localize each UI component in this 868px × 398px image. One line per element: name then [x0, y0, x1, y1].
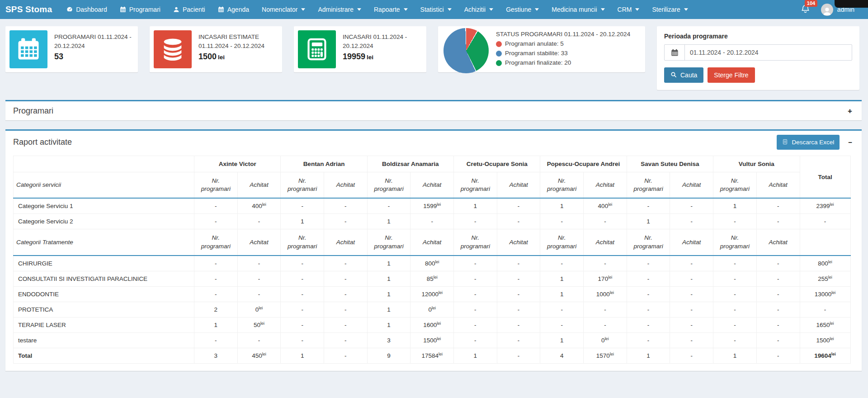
nav-item-nomenclator[interactable]: Nomenclator: [255, 0, 311, 19]
value-cell: -: [324, 214, 368, 229]
nav-item-dashboard[interactable]: Dashboard: [60, 0, 113, 19]
value-cell: -: [497, 317, 540, 332]
subheader-cell: Achitat: [756, 229, 800, 256]
value-cell: -: [281, 198, 324, 214]
nav-item-pacienti[interactable]: Pacienti: [167, 0, 212, 19]
value-cell: 450lei: [237, 348, 281, 363]
value-cell: -: [756, 317, 800, 332]
caret-down-icon: [301, 8, 305, 11]
table-row: TERAPIE LASER150lei--11600lei--------165…: [14, 317, 851, 332]
value-cell: -: [540, 256, 584, 271]
value-cell: -: [324, 198, 368, 214]
value-cell: -: [584, 214, 627, 229]
dashboard-icon: [66, 6, 73, 13]
value-cell: -: [584, 317, 627, 332]
database-icon: [154, 30, 192, 68]
value-cell: -: [194, 332, 238, 348]
nav-item-administrare[interactable]: Administrare: [311, 0, 368, 19]
nav-item-medicina-muncii[interactable]: Medicina muncii: [545, 0, 611, 19]
value-cell: -: [454, 271, 497, 286]
value-cell: -: [324, 348, 368, 363]
value-cell: 1: [367, 286, 410, 302]
value-cell: 1: [454, 348, 497, 363]
table-row: Categorie Serviciu 2--1-1-----1----: [14, 214, 851, 229]
collapse-panel-button[interactable]: −: [846, 138, 854, 147]
clear-filters-label: Sterge Filtre: [714, 71, 748, 79]
subheader-cell: Achitat: [410, 229, 454, 256]
user-icon: [173, 6, 179, 13]
legend-item: Programari stabilite: 33: [496, 49, 630, 58]
value-cell: 1599lei: [410, 198, 454, 214]
value-cell: -: [324, 332, 368, 348]
value-cell: -: [497, 332, 540, 348]
stat-card-label: INCASARI ESTIMATE 01.11.2024 - 20.12.202…: [198, 33, 276, 51]
app-brand[interactable]: SPS Stoma: [0, 0, 60, 19]
value-cell: 1600lei: [410, 317, 454, 332]
row-total-cell: 800lei: [800, 256, 850, 271]
row-total-cell: -: [800, 214, 850, 229]
filter-title: Perioada programare: [664, 33, 852, 40]
value-cell: -: [670, 348, 713, 363]
nav-item-sterilizare[interactable]: Sterilizare: [646, 0, 694, 19]
value-cell: -: [324, 302, 368, 317]
nav-item-rapoarte[interactable]: Rapoarte: [368, 0, 414, 19]
value-cell: -: [756, 332, 800, 348]
row-label: Categorie Serviciu 2: [14, 214, 194, 229]
notifications-button[interactable]: 104: [801, 4, 810, 15]
row-total-cell: -: [800, 302, 850, 317]
doctor-header-row: Axinte VictorBentan AdrianBoldizsar Anam…: [14, 156, 851, 172]
nav-item-label: Nomenclator: [262, 6, 297, 13]
doctor-column-header: Popescu-Ocupare Andrei: [540, 156, 627, 172]
value-cell: 4: [540, 348, 584, 363]
value-cell: -: [756, 348, 800, 363]
caret-down-icon: [404, 8, 408, 11]
stat-card-label: INCASARI 01.11.2024 - 20.12.2024: [343, 33, 420, 51]
legend-dot: [496, 41, 502, 47]
value-cell: -: [713, 286, 757, 302]
subheader-cell: Achitat: [497, 229, 540, 256]
nav-item-statistici[interactable]: Statistici: [414, 0, 458, 19]
value-cell: -: [497, 214, 540, 229]
date-range-group: [664, 44, 852, 61]
value-cell: -: [324, 317, 368, 332]
nav-item-gestiune[interactable]: Gestiune: [500, 0, 545, 19]
search-button[interactable]: Cauta: [664, 67, 703, 83]
caret-down-icon: [489, 8, 493, 11]
subheader-cell: Achitat: [237, 172, 281, 199]
row-label: TERAPIE LASER: [14, 317, 194, 332]
stat-card-label: PROGRAMARI 01.11.2024 - 20.12.2024: [54, 33, 132, 51]
doctor-column-header: Cretu-Ocupare Sonia: [454, 156, 540, 172]
nav-item-label: Statistici: [420, 6, 444, 13]
value-cell: -: [497, 198, 540, 214]
subheader-cell: Achitat: [584, 229, 627, 256]
filter-panel: Perioada programare Cauta Sterge Filtre: [657, 26, 859, 90]
subheader-cell: Achitat: [410, 172, 454, 199]
expand-panel-button[interactable]: +: [846, 106, 854, 116]
download-excel-button[interactable]: Descarca Excel: [777, 135, 840, 150]
nav-item-programari[interactable]: Programari: [113, 0, 167, 19]
nav-item-label: CRM: [618, 6, 632, 13]
row-label: CONSULTATII SI INVESTIGATII PARACLINICE: [14, 271, 194, 286]
caret-down-icon: [535, 8, 539, 11]
subheader-row: Categorii serviciiNr. programariAchitatN…: [14, 172, 851, 199]
value-cell: -: [540, 302, 584, 317]
doctor-column-header: Bentan Adrian: [281, 156, 367, 172]
value-cell: -: [237, 214, 281, 229]
row-total-cell: 255lei: [800, 271, 850, 286]
subheader-cell: Nr. programari: [540, 172, 584, 199]
date-range-input[interactable]: [685, 45, 852, 60]
value-cell: -: [670, 271, 713, 286]
nav-item-achizitii[interactable]: Achizitii: [458, 0, 500, 19]
excel-icon: [782, 139, 788, 146]
value-cell: -: [237, 332, 281, 348]
legend-item: Programari finalizate: 20: [496, 58, 630, 68]
stat-card-value: 53: [54, 52, 132, 62]
nav-item-agenda[interactable]: Agenda: [212, 0, 255, 19]
value-cell: -: [670, 198, 713, 214]
nav-item-crm[interactable]: CRM: [611, 0, 646, 19]
nav-item-label: Administrare: [318, 6, 354, 13]
value-cell: 1: [281, 348, 324, 363]
value-cell: -: [281, 302, 324, 317]
clear-filters-button[interactable]: Sterge Filtre: [708, 67, 755, 83]
subheader-cell: Nr. programari: [627, 229, 670, 256]
